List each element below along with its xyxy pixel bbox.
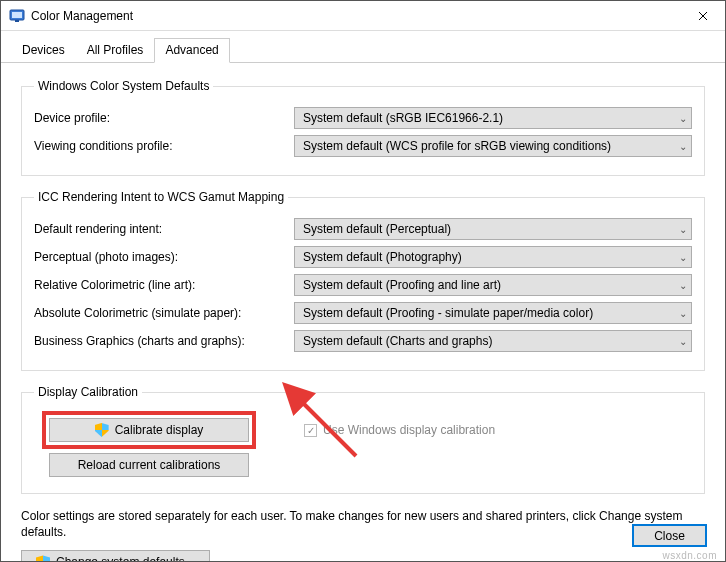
group-legend: Windows Color System Defaults bbox=[34, 79, 213, 93]
perceptual-label: Perceptual (photo images): bbox=[34, 250, 294, 264]
title-bar: Color Management bbox=[1, 1, 725, 31]
tab-strip: Devices All Profiles Advanced bbox=[1, 31, 725, 63]
viewing-conditions-label: Viewing conditions profile: bbox=[34, 139, 294, 153]
checkbox-label: Use Windows display calibration bbox=[323, 423, 495, 437]
relative-select[interactable]: System default (Proofing and line art)⌄ bbox=[294, 274, 692, 296]
window-title: Color Management bbox=[31, 9, 680, 23]
use-windows-calibration-checkbox[interactable]: ✓ Use Windows display calibration bbox=[304, 423, 495, 437]
dialog-footer: Close bbox=[632, 524, 707, 547]
watermark: wsxdn.com bbox=[662, 550, 717, 561]
calibrate-display-button[interactable]: Calibrate display bbox=[49, 418, 249, 442]
device-profile-select[interactable]: System default (sRGB IEC61966-2.1) ⌄ bbox=[294, 107, 692, 129]
button-label: Change system defaults... bbox=[56, 555, 195, 562]
select-value: System default (Perceptual) bbox=[303, 222, 451, 236]
chevron-down-icon: ⌄ bbox=[679, 280, 687, 291]
tab-advanced[interactable]: Advanced bbox=[154, 38, 229, 63]
select-value: System default (Charts and graphs) bbox=[303, 334, 492, 348]
business-select[interactable]: System default (Charts and graphs)⌄ bbox=[294, 330, 692, 352]
default-intent-label: Default rendering intent: bbox=[34, 222, 294, 236]
select-value: System default (WCS profile for sRGB vie… bbox=[303, 139, 611, 153]
group-legend: ICC Rendering Intent to WCS Gamut Mappin… bbox=[34, 190, 288, 204]
app-icon bbox=[9, 8, 25, 24]
absolute-select[interactable]: System default (Proofing - simulate pape… bbox=[294, 302, 692, 324]
footer-note: Color settings are stored separately for… bbox=[21, 508, 705, 540]
perceptual-select[interactable]: System default (Photography)⌄ bbox=[294, 246, 692, 268]
select-value: System default (Proofing and line art) bbox=[303, 278, 501, 292]
button-label: Calibrate display bbox=[115, 423, 204, 437]
select-value: System default (sRGB IEC61966-2.1) bbox=[303, 111, 503, 125]
group-legend: Display Calibration bbox=[34, 385, 142, 399]
absolute-label: Absolute Colorimetric (simulate paper): bbox=[34, 306, 294, 320]
window-close-button[interactable] bbox=[680, 1, 725, 31]
change-system-defaults-button[interactable]: Change system defaults... bbox=[21, 550, 210, 562]
group-icc-rendering: ICC Rendering Intent to WCS Gamut Mappin… bbox=[21, 190, 705, 371]
annotation-highlight: Calibrate display bbox=[42, 411, 256, 449]
shield-icon bbox=[36, 555, 50, 562]
chevron-down-icon: ⌄ bbox=[679, 224, 687, 235]
viewing-conditions-select[interactable]: System default (WCS profile for sRGB vie… bbox=[294, 135, 692, 157]
svg-rect-1 bbox=[12, 12, 22, 18]
business-label: Business Graphics (charts and graphs): bbox=[34, 334, 294, 348]
close-button[interactable]: Close bbox=[632, 524, 707, 547]
reload-calibrations-button[interactable]: Reload current calibrations bbox=[49, 453, 249, 477]
group-display-calibration: Display Calibration Calibrate display ✓ … bbox=[21, 385, 705, 494]
relative-label: Relative Colorimetric (line art): bbox=[34, 278, 294, 292]
chevron-down-icon: ⌄ bbox=[679, 252, 687, 263]
shield-icon bbox=[95, 423, 109, 437]
chevron-down-icon: ⌄ bbox=[679, 113, 687, 124]
default-intent-select[interactable]: System default (Perceptual)⌄ bbox=[294, 218, 692, 240]
tab-all-profiles[interactable]: All Profiles bbox=[76, 38, 155, 63]
svg-rect-2 bbox=[15, 20, 19, 22]
chevron-down-icon: ⌄ bbox=[679, 308, 687, 319]
tab-devices[interactable]: Devices bbox=[11, 38, 76, 63]
device-profile-label: Device profile: bbox=[34, 111, 294, 125]
tab-content: Windows Color System Defaults Device pro… bbox=[1, 63, 725, 562]
group-windows-color-system: Windows Color System Defaults Device pro… bbox=[21, 79, 705, 176]
chevron-down-icon: ⌄ bbox=[679, 336, 687, 347]
select-value: System default (Proofing - simulate pape… bbox=[303, 306, 593, 320]
checkbox-box: ✓ bbox=[304, 424, 317, 437]
chevron-down-icon: ⌄ bbox=[679, 141, 687, 152]
button-label: Reload current calibrations bbox=[78, 458, 221, 472]
select-value: System default (Photography) bbox=[303, 250, 462, 264]
